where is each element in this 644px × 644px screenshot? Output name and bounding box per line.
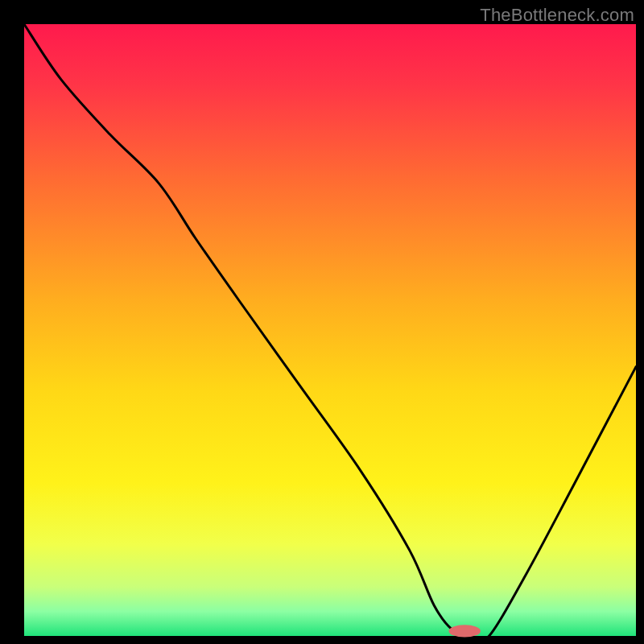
optimal-marker [448,625,481,637]
chart-container: TheBottleneck.com [0,0,644,644]
chart-gradient-bg [24,24,636,636]
bottleneck-chart [0,0,644,644]
watermark-text: TheBottleneck.com [480,5,634,26]
